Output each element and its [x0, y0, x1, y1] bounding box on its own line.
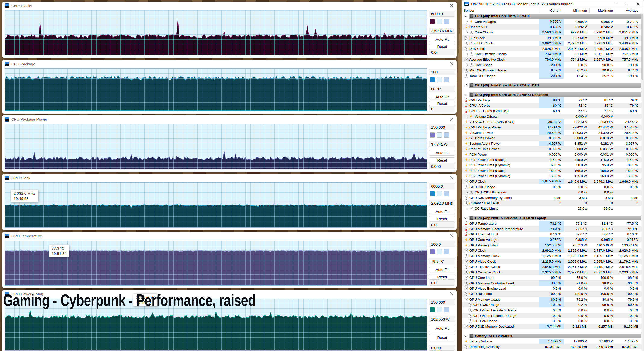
auto-fit-button[interactable]: Auto Fit [429, 95, 455, 99]
sensor-row[interactable]: GPU Core Load99.0 %65.0 %100.0 %98.9 % [462, 275, 641, 280]
sensor-row[interactable]: GPU Clock1,645.9 MHz1,645.6 MHz1,646.3 M… [462, 179, 641, 184]
reset-button[interactable]: Reset [429, 216, 455, 221]
graph-color-swatch[interactable] [430, 307, 435, 312]
sensor-row[interactable]: Current cTDP Level0000 [462, 200, 641, 206]
close-icon[interactable] [450, 117, 453, 121]
reset-button[interactable]: Reset [429, 44, 455, 49]
grid-color-swatch[interactable] [444, 191, 449, 196]
sensor-row[interactable]: GPU D3D Usage70.3 %0.2 %98.6 %60.6 % [462, 302, 641, 307]
sensor-row[interactable]: GPU Video Decode 0 Usage0.0 %0.0 %0.0 %0… [462, 307, 641, 313]
graph-window-titlebar[interactable]: Core Clocks [2, 2, 457, 10]
graph-color-swatch[interactable] [430, 19, 435, 24]
reset-button[interactable]: Reset [429, 157, 455, 163]
reset-button[interactable]: Reset [429, 101, 455, 106]
sensor-row[interactable]: GPU Effective Clock2,645.8 MHz2,261.7 MH… [462, 264, 641, 269]
auto-fit-button[interactable]: Auto Fit [429, 150, 455, 156]
sensor-row[interactable]: GPU Memory Clock1,125.1 MHz1,125.1 MHz1,… [462, 253, 641, 258]
sensor-row[interactable]: Total CPU Usage20.1 %17.4 %35.2 %19.1 % [462, 73, 641, 78]
sensor-row[interactable]: CPU GT Cores (Graphics)69 °C67 °C72 °C69… [462, 108, 641, 114]
sensor-row[interactable]: GPU Power (Total)102.553 W98.713 W110.54… [462, 243, 641, 248]
maximize-button[interactable] [621, 0, 633, 8]
sensor-row[interactable]: D2D Clock2,095.1 MHz2,095.1 MHz2,095.1 M… [462, 46, 641, 51]
sensor-row[interactable]: Remaining Capacity87.010 Wh87.010 Wh87.0… [462, 344, 641, 349]
row-expand-icon[interactable] [466, 53, 468, 55]
grid-color-swatch[interactable] [444, 307, 449, 312]
sensor-row[interactable]: Bus Clock99.8 MHz99.7 MHz99.8 MHz99.8 MH… [462, 35, 641, 41]
sensor-row[interactable]: GPU D3D Memory Dedicated6,240 MB6,123 MB… [462, 324, 641, 329]
sensor-row[interactable]: PL2 Power Limit (Dynamic)163.0 W125.0 W1… [462, 173, 641, 179]
sensor-row[interactable]: Average Effective Clock794.0 MHz704.2 MH… [462, 57, 641, 62]
row-expand-icon[interactable] [466, 20, 468, 23]
sensor-row[interactable]: Voltage Offsets0.000 V0.000 V [462, 114, 641, 119]
sensor-row[interactable]: OC Ratio Limits26.0 x96.0 x [462, 206, 641, 211]
sensor-row[interactable]: VR VCC Current (SVID IOUT)39.188 A10.313… [462, 119, 641, 124]
y-min-input[interactable]: 0.0 [429, 221, 455, 228]
graph-plot-area[interactable] [5, 68, 427, 111]
close-icon[interactable] [450, 234, 453, 238]
reset-button[interactable]: Reset [429, 274, 455, 280]
sensor-row[interactable]: Battery Voltage17.892 V17.890 V17.903 V1… [462, 339, 641, 344]
graph-color-swatch[interactable] [430, 77, 435, 82]
sensor-row[interactable]: GPU Video Engine Load0.0 %0.0 %0.0 %0.0 … [462, 286, 641, 291]
y-max-input[interactable]: 100.0 [429, 241, 455, 247]
sensor-row[interactable]: GPU Thermal Limit87.0 °C87.0 °C87.0 °C87… [462, 232, 641, 237]
close-icon[interactable] [450, 62, 453, 66]
column-sensor[interactable]: Sensor [462, 8, 539, 13]
auto-fit-button[interactable]: Auto Fit [429, 267, 455, 272]
row-expand-icon[interactable] [466, 207, 468, 210]
sensor-column-headers[interactable]: Sensor Current Minimum Maximum Average [462, 8, 641, 13]
sensor-row[interactable]: GPU D3D Usage0.0 %0.0 %0.0 %0.0 % [462, 184, 641, 190]
y-min-input[interactable]: 0.000 [429, 163, 455, 169]
grid-color-swatch[interactable] [444, 19, 449, 24]
y-min-input[interactable]: 0.0 [429, 49, 455, 55]
auto-fit-button[interactable]: Auto Fit [429, 209, 455, 214]
sensor-row[interactable]: GPU Bus Load100.0 %100.0 %100.0 %100.0 % [462, 291, 641, 297]
grid-color-swatch[interactable] [444, 77, 449, 82]
close-icon[interactable] [450, 176, 453, 180]
graph-plot-area[interactable] [5, 10, 427, 55]
y-max-input[interactable]: 100 [429, 69, 455, 75]
sensor-row[interactable]: CPU IA Cores80 °C72 °C85 °C79 °C [462, 103, 641, 108]
background-color-swatch[interactable] [437, 191, 442, 196]
graph-plot-area[interactable] [5, 182, 427, 228]
close-icon[interactable] [450, 292, 453, 296]
section-chevron-icon[interactable] [464, 93, 467, 96]
sensor-window-titlebar[interactable]: HWiNFO® 32 v8.30-5800 Sensor Status [270… [462, 0, 644, 8]
sensor-row[interactable]: Core Usage20.1 %0.0 %90.8 %19.1 % [462, 62, 641, 68]
sensor-row[interactable]: GPU D3D Memory Dynamic3 MB3 MB3 MB3 MB [462, 195, 641, 200]
sensor-row[interactable]: GPU Crossbar Clock2,325.0 MHz2,077.0 MHz… [462, 270, 641, 275]
graph-window-titlebar[interactable]: CPU Package [2, 60, 457, 68]
minimize-button[interactable] [610, 0, 621, 8]
sensor-row[interactable]: GPU Memory Usage80.6 %79.2 %80.8 %79.6 % [462, 297, 641, 302]
section-header-row[interactable]: CPU [#0]: Intel Core Ultra 9 275HX: DTS [462, 83, 641, 88]
background-color-swatch[interactable] [437, 249, 442, 254]
section-header-row[interactable]: GPU [#2]: NVIDIA GeForce RTX 5070 Laptop [462, 215, 641, 221]
sensor-row[interactable]: GPU VR Usage0.0 %0.0 %0.0 %0.0 % [462, 318, 641, 324]
grid-color-swatch[interactable] [444, 132, 449, 138]
background-color-swatch[interactable] [437, 19, 442, 24]
sensor-row[interactable]: GT Cores Power0.000 W0.000 W0.010 W0.000… [462, 135, 641, 141]
sensor-row[interactable]: Rest-of-Chip Power0.000 W0.000 W0.001 W0… [462, 146, 641, 152]
graph-color-swatch[interactable] [430, 132, 435, 138]
reset-button[interactable]: Reset [429, 334, 455, 341]
sensor-row[interactable]: GPU Memory Controller Load38.0 %21.0 %38… [462, 280, 641, 286]
close-icon[interactable] [450, 4, 453, 7]
sensor-row[interactable]: PL2 Power Limit (Static)168.0 W168.0 W16… [462, 168, 641, 173]
auto-fit-button[interactable]: Auto Fit [429, 325, 455, 332]
auto-fit-button[interactable]: Auto Fit [429, 36, 455, 42]
sensor-row[interactable]: IA Cores Power29.630 W19.033 W34.320 W29… [462, 130, 641, 135]
graph-window-titlebar[interactable]: CPU Package Power [2, 115, 457, 123]
section-chevron-icon[interactable] [464, 84, 467, 87]
y-max-input[interactable]: 6000.0 [429, 183, 455, 189]
section-chevron-icon[interactable] [464, 14, 467, 17]
scrollbar-thumb[interactable] [641, 14, 643, 80]
close-button[interactable] [633, 0, 644, 8]
y-min-input[interactable]: 0 [429, 106, 455, 112]
sensor-row[interactable]: Core Voltages0.725 V0.605 V0.966 V0.738 … [462, 19, 641, 24]
sensor-row[interactable]: GPU Video Encode 0 Usage0.0 %0.0 %0.0 %0… [462, 313, 641, 318]
section-chevron-icon[interactable] [464, 334, 467, 337]
sensor-row[interactable]: GPU Clock2,692.0 MHz2,392.0 MHz2,737.0 M… [462, 248, 641, 253]
row-expand-icon[interactable] [466, 64, 468, 66]
graph-window-titlebar[interactable]: GPU Temperature [2, 232, 457, 240]
section-header-row[interactable]: Battery: ATL L23N4PF1 [462, 333, 641, 339]
